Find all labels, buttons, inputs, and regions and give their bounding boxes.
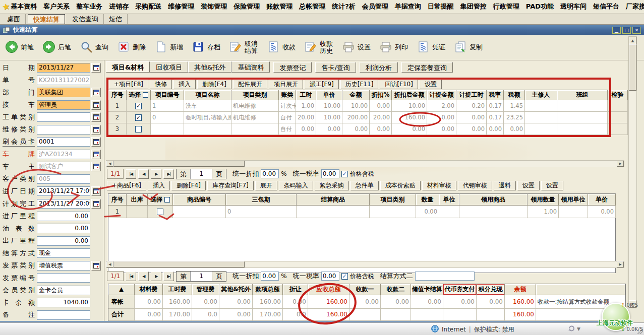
menu-item[interactable]: 日常提醒	[428, 2, 454, 11]
cell[interactable]: 临时项目,请输入服	[184, 112, 231, 123]
menu-item[interactable]: 账款管理	[266, 2, 292, 11]
form-input-3[interactable]: 管理员	[37, 100, 90, 110]
uniform-tax-input[interactable]: 0.00	[321, 272, 339, 281]
action-button[interactable]: 成本价索赔	[380, 181, 421, 190]
desktop-tab[interactable]: 快速结算	[28, 14, 65, 24]
field-label[interactable]: 刷会员卡	[3, 137, 35, 147]
summary-cell[interactable]: 160.00	[253, 295, 283, 309]
uniform-discount-input[interactable]: 0.00	[261, 272, 279, 281]
form-input-0[interactable]: 2013/11/27	[37, 63, 90, 73]
last-page-button[interactable]: ▶|	[163, 169, 174, 179]
toolbar-button-search-2[interactable]: 查询	[80, 40, 108, 55]
scroll-right-button[interactable]: ▶	[617, 261, 624, 267]
menu-item[interactable]: 厂家接口	[626, 2, 644, 11]
next-page-button[interactable]: ▶	[151, 272, 161, 281]
summary-cell[interactable]: 160.00	[308, 309, 349, 321]
cell[interactable]: 1	[108, 206, 127, 218]
lookup-button[interactable]	[91, 199, 101, 209]
cell[interactable]	[608, 100, 628, 112]
action-button[interactable]: 派工[F9]	[305, 80, 339, 89]
cell[interactable]: 0	[226, 206, 297, 218]
panel-tab[interactable]: 发票登记	[273, 62, 312, 73]
menu-item[interactable]: 整车业务	[76, 2, 102, 11]
cell[interactable]: 0.00	[504, 123, 525, 135]
lookup-button[interactable]	[91, 150, 101, 159]
summary-cell[interactable]: 160.00	[308, 295, 349, 309]
form-input-1[interactable]: KX20131127002	[37, 76, 90, 85]
cell[interactable]: 机电维修	[231, 100, 279, 112]
summary-cell[interactable]	[349, 309, 381, 321]
action-button[interactable]: 删除[F4]	[197, 80, 231, 89]
cell[interactable]	[151, 123, 184, 135]
cell[interactable]	[608, 112, 628, 123]
menu-item[interactable]: PAD功能	[526, 2, 554, 11]
menu-item[interactable]: 集团管控	[460, 2, 487, 11]
horizontal-scroll-thumb[interactable]	[113, 161, 245, 167]
cell[interactable]: 20.00	[296, 112, 316, 123]
minimize-button[interactable]: ▁	[612, 27, 621, 34]
form-input-7[interactable]: 沪AZ01234	[37, 150, 90, 159]
summary-cell[interactable]: 0.00	[283, 295, 308, 309]
cell[interactable]: 200.00	[342, 112, 370, 123]
action-button[interactable]: 条码输入	[279, 181, 313, 190]
action-button[interactable]: 材料审核	[422, 181, 456, 190]
toolbar-button-printer-9[interactable]: 设置	[342, 40, 371, 55]
cell[interactable]: 机电维修	[231, 112, 279, 123]
cell[interactable]: 0.00	[588, 206, 616, 218]
toolbar-button-printer-10[interactable]: 列印	[379, 40, 408, 55]
summary-cell[interactable]: 0.00	[411, 295, 443, 309]
cell[interactable]	[525, 112, 557, 123]
summary-cell[interactable]: 0.00	[349, 295, 381, 309]
toolbar-button-prev-0[interactable]: 前笔	[5, 40, 34, 55]
form-input-6[interactable]: 0001	[37, 137, 90, 147]
speed-monitor-badge[interactable]: ↑ 0K/S 上海元动软件 ↓ 0.0K/S	[597, 300, 644, 335]
lookup-button[interactable]	[91, 186, 101, 196]
lookup-button[interactable]	[91, 88, 101, 97]
menu-item[interactable]: 保险管理	[233, 2, 260, 11]
cell[interactable]: 0.17	[487, 112, 504, 123]
cell[interactable]	[525, 123, 557, 135]
cell[interactable]: 0.00	[427, 123, 456, 135]
summary-column-header[interactable]: 积分兑现	[477, 284, 505, 295]
cell[interactable]	[231, 123, 279, 135]
cell[interactable]	[459, 206, 528, 218]
row-checkbox[interactable]: ✓	[135, 103, 142, 109]
menu-item[interactable]: 会员管理	[362, 2, 388, 11]
cell[interactable]: 10.00	[316, 112, 342, 123]
action-button[interactable]: +商品[F6]	[107, 181, 146, 190]
first-page-button[interactable]: |◀	[126, 169, 136, 179]
toolbar-button-next-1[interactable]: 后笔	[42, 40, 71, 55]
toolbar-button-save-5[interactable]: 存档	[192, 40, 220, 55]
cell[interactable]: 1.45	[504, 100, 525, 112]
menu-item[interactable]: 行政管理	[493, 2, 519, 11]
cell[interactable]: 160.00	[392, 112, 427, 123]
cell[interactable]: 1	[151, 100, 184, 112]
menu-item[interactable]: 短信平台	[593, 2, 619, 11]
summary-cell[interactable]: 0.00	[219, 295, 253, 309]
action-button[interactable]: 快修	[150, 80, 172, 89]
cell[interactable]	[439, 206, 459, 218]
panel-tab[interactable]: 回收项目	[150, 61, 188, 73]
action-button[interactable]: 设置	[420, 80, 442, 89]
row-checkbox[interactable]: ✓	[135, 114, 142, 121]
cell[interactable]: 23.25	[504, 112, 525, 123]
last-page-button[interactable]: ▶|	[163, 272, 174, 281]
summary-cell[interactable]: 160.00	[505, 295, 536, 309]
cell[interactable]	[370, 206, 416, 218]
action-button[interactable]: 回访[F10]	[380, 80, 418, 89]
form-input-5[interactable]	[37, 125, 90, 135]
first-page-button[interactable]: |◀	[126, 272, 136, 281]
panel-tab[interactable]: 基础资料	[231, 61, 270, 73]
cell[interactable]: 10.00	[316, 100, 342, 112]
menu-item[interactable]: 透明车间	[560, 2, 587, 11]
cell[interactable]: 2	[108, 112, 127, 123]
cell[interactable]: ✓	[127, 100, 151, 112]
page-number-input[interactable]: 1	[190, 272, 212, 281]
menu-item[interactable]: 采购配送	[135, 2, 161, 11]
action-button[interactable]: 项目展开	[269, 80, 303, 89]
refresh-shield-icon[interactable]	[567, 325, 575, 333]
scroll-left-button[interactable]: ◀	[106, 261, 113, 267]
cell[interactable]: 20.00	[370, 112, 392, 123]
lookup-button[interactable]	[91, 125, 101, 135]
vertical-scrollbar[interactable]: ▲ ▼	[628, 36, 637, 308]
